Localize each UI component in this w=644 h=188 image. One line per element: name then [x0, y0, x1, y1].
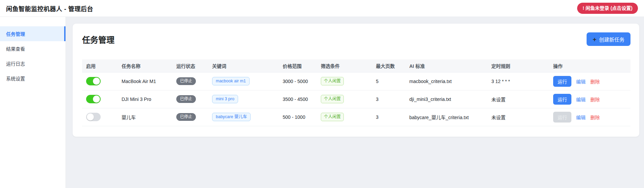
col-ai-criteria: AI 标准	[405, 59, 487, 72]
edit-button[interactable]: 编辑	[576, 78, 586, 85]
col-filter: 筛选条件	[317, 59, 372, 72]
toggle-knob	[87, 113, 94, 120]
ai-criteria-file: babycare_婴儿车_criteria.txt	[405, 108, 487, 126]
delete-button[interactable]: 删除	[590, 96, 600, 103]
ai-criteria-file: dji_mini3_criteria.txt	[405, 90, 487, 108]
delete-button[interactable]: 删除	[590, 114, 600, 120]
schedule-rule: 未设置	[487, 108, 549, 126]
page-title: 任务管理	[82, 33, 114, 45]
col-schedule: 定时规则	[487, 59, 549, 72]
task-management-card: 任务管理 + 创建新任务 启用 任务名称 运行状态	[73, 24, 639, 137]
enable-toggle[interactable]	[86, 77, 101, 85]
sidebar-item-label: 运行日志	[6, 60, 25, 67]
status-badge: 已停止	[176, 113, 196, 120]
task-name: MacBook Air M1	[118, 72, 172, 90]
task-name: 婴儿车	[118, 108, 172, 126]
schedule-rule: 未设置	[487, 90, 549, 108]
plus-icon: +	[593, 36, 596, 43]
toggle-knob	[93, 78, 100, 85]
filter-tag: 个人闲置	[321, 113, 344, 121]
sidebar-item-logs[interactable]: 运行日志	[0, 56, 66, 71]
col-run-status: 运行状态	[172, 59, 208, 72]
table-header-row: 启用 任务名称 运行状态 关键词 价格范围 筛选条件 最大页数 AI 标准 定时…	[82, 59, 630, 72]
keyword-tag: mini 3 pro	[212, 95, 238, 103]
schedule-rule: 3 12 * * *	[487, 72, 549, 90]
ai-criteria-file: macbook_criteria.txt	[405, 72, 487, 90]
run-button[interactable]: 运行	[553, 76, 571, 87]
sidebar: 任务管理 结果查看 运行日志 系统设置	[0, 17, 66, 188]
max-pages: 5	[372, 72, 405, 90]
edit-button[interactable]: 编辑	[576, 114, 586, 120]
filter-tag: 个人闲置	[321, 77, 344, 85]
app-title: 闲鱼智能监控机器人 - 管理后台	[6, 4, 93, 13]
run-button: 运行	[553, 112, 571, 123]
toggle-knob	[93, 96, 100, 103]
delete-button[interactable]: 删除	[590, 78, 600, 85]
sidebar-item-results[interactable]: 结果查看	[0, 41, 66, 56]
sidebar-item-label: 系统设置	[6, 75, 25, 82]
filter-tag: 个人闲置	[321, 95, 344, 103]
sidebar-item-label: 结果查看	[6, 45, 25, 52]
create-task-button[interactable]: + 创建新任务	[587, 32, 630, 46]
col-max-pages: 最大页数	[372, 59, 405, 72]
status-badge: 已停止	[176, 95, 196, 103]
login-warning-badge[interactable]: ! 闲鱼未登录 (点击设置)	[577, 3, 638, 14]
status-badge: 已停止	[176, 77, 196, 85]
col-keyword: 关键词	[208, 59, 279, 72]
main-content: 任务管理 + 创建新任务 启用 任务名称 运行状态	[66, 17, 644, 188]
table-row: 婴儿车 已停止 babycare 婴儿车 500 - 1000 个人闲置 3 b…	[82, 108, 630, 126]
col-enable: 启用	[82, 59, 118, 72]
create-task-label: 创建新任务	[599, 36, 624, 43]
sidebar-item-task-management[interactable]: 任务管理	[0, 26, 66, 41]
keyword-tag: macbook air m1	[212, 77, 250, 85]
task-table: 启用 任务名称 运行状态 关键词 价格范围 筛选条件 最大页数 AI 标准 定时…	[82, 59, 630, 126]
col-actions: 操作	[549, 59, 630, 72]
enable-toggle[interactable]	[86, 113, 101, 121]
max-pages: 3	[372, 108, 405, 126]
run-button[interactable]: 运行	[553, 94, 571, 105]
table-row: MacBook Air M1 已停止 macbook air m1 3000 -…	[82, 72, 630, 90]
sidebar-item-settings[interactable]: 系统设置	[0, 71, 66, 86]
table-row: DJI Mini 3 Pro 已停止 mini 3 pro 3500 - 450…	[82, 90, 630, 108]
price-range: 3000 - 5000	[279, 72, 317, 90]
enable-toggle[interactable]	[86, 95, 101, 103]
col-task-name: 任务名称	[118, 59, 172, 72]
price-range: 500 - 1000	[279, 108, 317, 126]
task-name: DJI Mini 3 Pro	[118, 90, 172, 108]
max-pages: 3	[372, 90, 405, 108]
col-price-range: 价格范围	[279, 59, 317, 72]
keyword-tag: babycare 婴儿车	[212, 113, 251, 121]
sidebar-item-label: 任务管理	[6, 30, 25, 37]
top-bar: 闲鱼智能监控机器人 - 管理后台 ! 闲鱼未登录 (点击设置)	[0, 0, 644, 17]
edit-button[interactable]: 编辑	[576, 96, 586, 103]
price-range: 3500 - 4500	[279, 90, 317, 108]
